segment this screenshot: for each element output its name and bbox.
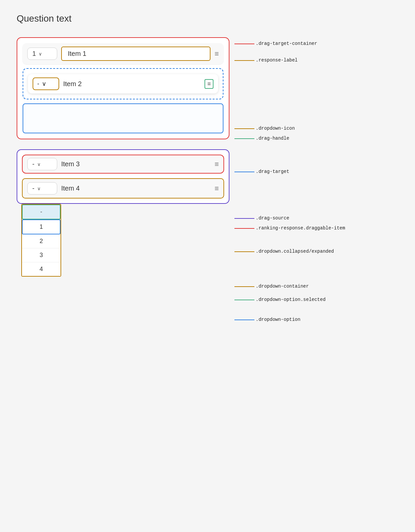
drag-placeholder: - ∨ Item 2 ≡ bbox=[23, 68, 223, 99]
item3-chevron: ∨ bbox=[37, 162, 41, 167]
item2-dropdown-selector[interactable]: - ∨ bbox=[33, 77, 59, 90]
ann-dropdown-container: .dropdown-container bbox=[234, 283, 309, 290]
item2-label: Item 2 bbox=[63, 80, 201, 88]
item4-drag-handle[interactable]: ≡ bbox=[214, 184, 219, 193]
item4-label: Item 4 bbox=[61, 185, 210, 192]
ann-drag-source: .drag-source bbox=[234, 215, 289, 222]
dropdown-option-1[interactable]: 1 bbox=[22, 219, 61, 234]
ann-label-dropdown-container: .dropdown-container bbox=[254, 283, 309, 290]
ann-response-label: .response-label bbox=[234, 57, 298, 64]
ann-label-ranking-response: .ranking-response.draggable-item bbox=[254, 225, 345, 232]
item4-num: - bbox=[32, 185, 35, 192]
dropdown-option-2[interactable]: 2 bbox=[22, 234, 61, 248]
item3-drag-handle[interactable]: ≡ bbox=[214, 160, 219, 169]
ann-label-dropdown-collapsed: .dropdown.collapsed/expanded bbox=[254, 248, 334, 255]
ann-drag-target: .drag-target bbox=[234, 169, 289, 175]
drag-target bbox=[23, 103, 223, 133]
item2-num: - bbox=[37, 80, 39, 87]
item2-drag-handle[interactable]: ≡ bbox=[205, 79, 213, 89]
page-title: Question text bbox=[17, 13, 398, 24]
ann-drag-handle: .drag-handle bbox=[234, 135, 289, 142]
item2-chevron: ∨ bbox=[42, 80, 46, 87]
ann-ranking-response: .ranking-response.draggable-item bbox=[234, 225, 345, 232]
drag-source-section: - ∨ Item 3 ≡ - ∨ Item 4 ≡ - 1 2 3 4 bbox=[17, 149, 229, 277]
dropdown-option-selected[interactable]: - bbox=[22, 204, 61, 219]
ann-dropdown-option: .dropdown-option bbox=[234, 317, 300, 323]
diagram-area: 1 ∨ Item 1 ≡ - ∨ Item 2 ≡ bbox=[17, 37, 382, 277]
ann-label-drag-target-container: .drag-target-container bbox=[254, 41, 317, 47]
ann-dropdown-collapsed: .dropdown.collapsed/expanded bbox=[234, 248, 334, 255]
ann-label-dropdown-option: .dropdown-option bbox=[254, 317, 300, 323]
dropdown-option-3[interactable]: 3 bbox=[22, 248, 61, 262]
ann-label-response-label: .response-label bbox=[254, 57, 298, 64]
item3-num: - bbox=[32, 160, 35, 168]
dropdown-container: - 1 2 3 4 bbox=[21, 204, 61, 277]
item4-dropdown-selector[interactable]: - ∨ bbox=[27, 182, 57, 195]
item1-row: 1 ∨ Item 1 ≡ bbox=[23, 43, 223, 64]
ann-label-dropdown-option-selected: .dropdown-option.selected bbox=[254, 297, 326, 303]
item4-row: - ∨ Item 4 ≡ bbox=[22, 178, 224, 199]
ann-dropdown-icon: .dropdown-icon bbox=[234, 125, 295, 132]
item1-response-label: Item 1 bbox=[61, 47, 210, 61]
drag-source-container: - ∨ Item 3 ≡ - ∨ Item 4 ≡ bbox=[17, 149, 229, 204]
ann-dropdown-option-selected: .dropdown-option.selected bbox=[234, 297, 326, 303]
item1-chevron: ∨ bbox=[39, 51, 42, 57]
dropdown-option-4[interactable]: 4 bbox=[22, 262, 61, 276]
ann-label-drag-source: .drag-source bbox=[254, 215, 289, 222]
item3-dropdown-selector[interactable]: - ∨ bbox=[27, 158, 57, 170]
ann-label-drag-handle: .drag-handle bbox=[254, 135, 289, 142]
item1-drag-handle[interactable]: ≡ bbox=[214, 50, 219, 58]
drag-target-container: 1 ∨ Item 1 ≡ - ∨ Item 2 ≡ bbox=[17, 37, 229, 139]
item3-row: - ∨ Item 3 ≡ bbox=[22, 155, 224, 174]
ann-label-dropdown-icon: .dropdown-icon bbox=[254, 125, 295, 132]
item2-row: - ∨ Item 2 ≡ bbox=[28, 74, 218, 93]
ann-label-drag-target: .drag-target bbox=[254, 169, 289, 175]
item4-chevron: ∨ bbox=[37, 186, 41, 191]
item1-num: 1 bbox=[32, 50, 36, 58]
item3-label: Item 3 bbox=[61, 160, 210, 168]
ann-drag-target-container: .drag-target-container bbox=[234, 41, 317, 47]
item1-dropdown-selector[interactable]: 1 ∨ bbox=[27, 48, 57, 60]
